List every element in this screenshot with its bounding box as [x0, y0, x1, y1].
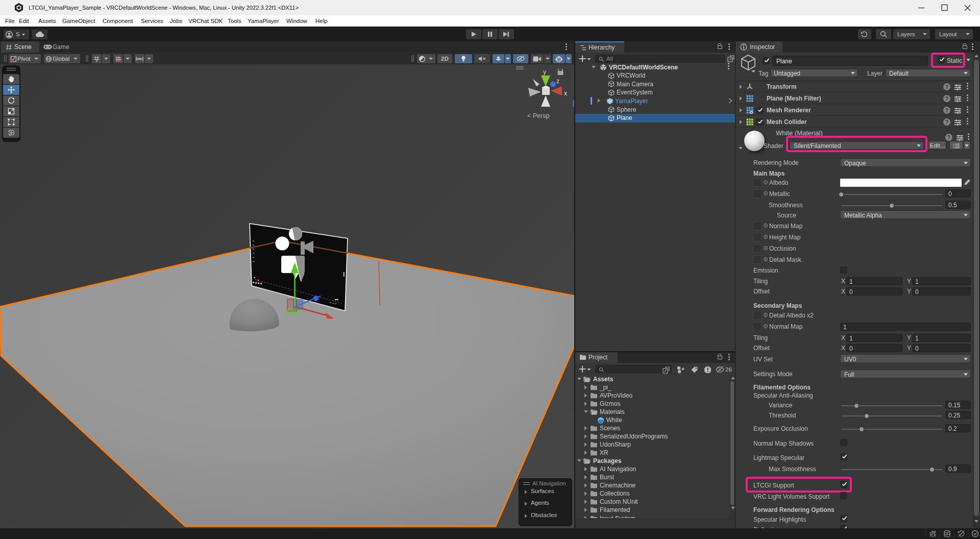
svg-text:x: x — [564, 90, 567, 97]
svg-text:z: z — [556, 78, 559, 85]
svg-text:y: y — [543, 69, 546, 76]
